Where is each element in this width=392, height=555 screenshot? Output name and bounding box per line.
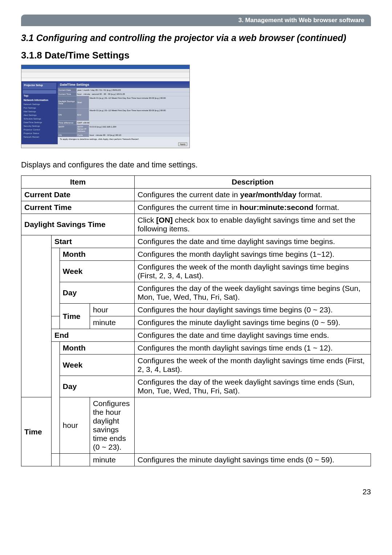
sidebar: Projector Setup Top: Network Information… bbox=[21, 81, 58, 144]
row-sntp-on[interactable]: ON bbox=[58, 133, 77, 137]
indent-start-time bbox=[52, 316, 60, 329]
row-timediff-value[interactable]: GMT +00:00 bbox=[77, 121, 189, 125]
row-current-date-label: Current Date bbox=[58, 88, 77, 92]
sidebar-item-mail-settings[interactable]: Mail Settings bbox=[23, 110, 56, 113]
table-row: Week Configures the week of the month da… bbox=[21, 261, 371, 282]
row-end-label: End bbox=[77, 108, 89, 121]
logoff-button[interactable] bbox=[23, 90, 56, 94]
table-row: Month Configures the month daylight savi… bbox=[21, 342, 371, 355]
table-row: Week Configures the week of the month da… bbox=[21, 355, 371, 376]
window-titlebar bbox=[21, 65, 189, 69]
row-end-value[interactable]: Month 01 [e.g.] 01–12 Week First Day Sun… bbox=[89, 108, 189, 121]
browser-toolbar bbox=[21, 72, 189, 78]
row-current-time-label: Current Time bbox=[58, 92, 77, 96]
table-row: Time hour Configures the hour daylight s… bbox=[21, 304, 371, 316]
th-item: Item bbox=[21, 176, 135, 189]
table-row: Month Configures the month daylight savi… bbox=[21, 248, 371, 261]
item-end-month: Month bbox=[60, 342, 134, 355]
row-sntp-cycle-value[interactable]: hour : minute 00 : 10 [e.g.] 00:10 bbox=[89, 133, 189, 137]
desc-start-hour: Configures the hour daylight savings tim… bbox=[135, 304, 371, 316]
sidebar-item-network-settings[interactable]: Network Settings bbox=[23, 103, 56, 106]
apply-button[interactable]: Apply bbox=[178, 142, 187, 146]
row-sntp-label: SNTP bbox=[58, 125, 77, 133]
sidebar-item-network-restart[interactable]: Network Restart bbox=[23, 136, 56, 139]
row-start-label: Start bbox=[77, 96, 89, 108]
row-dst-on[interactable]: ON bbox=[58, 108, 77, 121]
item-end-week: Week bbox=[60, 355, 134, 376]
desc-dst: Click [ON] check box to enable daylight … bbox=[135, 214, 371, 235]
th-description: Description bbox=[135, 176, 371, 189]
item-start: Start bbox=[52, 235, 135, 248]
sidebar-item-datetime-settings[interactable]: Date/Time Settings bbox=[23, 121, 56, 124]
desc-start-minute: Configures the minute daylight savings t… bbox=[135, 316, 371, 329]
description-table: Item Description Current Date Configures… bbox=[21, 175, 371, 466]
table-row: Day Configures the day of the week dayli… bbox=[21, 376, 371, 397]
row-current-time-value[interactable]: hour : minute : second 00 : 00 : 00 [e.g… bbox=[77, 92, 189, 96]
sidebar-item-projector-status[interactable]: Projector Status bbox=[23, 132, 56, 135]
sidebar-group-top: Top: bbox=[23, 94, 56, 98]
table-row: Current Time Configures the current time… bbox=[21, 201, 371, 214]
row-sntp-addr-value[interactable]: 0.0.0.0 [e.g.] 192.168.1.254 bbox=[89, 125, 189, 133]
indent-end bbox=[52, 342, 60, 454]
indent-dst bbox=[21, 235, 52, 397]
item-end-day: Day bbox=[60, 376, 134, 397]
intro-text: Displays and configures the date and tim… bbox=[21, 161, 371, 170]
table-row: minute Configures the minute daylight sa… bbox=[21, 454, 371, 466]
item-current-date: Current Date bbox=[21, 189, 135, 201]
panel-title: Date/Time Settings bbox=[58, 81, 189, 88]
sidebar-item-schedule-settings[interactable]: Schedule Settings bbox=[23, 118, 56, 121]
desc-end-hour: Configures the hour daylight savings tim… bbox=[90, 397, 134, 454]
browser-addressbar bbox=[21, 78, 189, 81]
item-end: End bbox=[52, 329, 135, 342]
chapter-header: 3. Management with Web browser software bbox=[21, 15, 371, 26]
desc-start-day: Configures the day of the week daylight … bbox=[135, 282, 371, 304]
table-row: Time hour Configures the hour daylight s… bbox=[21, 397, 371, 454]
desc-current-date: Configures the current date in year/mont… bbox=[135, 189, 371, 201]
indent-start bbox=[52, 248, 60, 316]
apply-note: To apply changes to date/time settings, … bbox=[58, 137, 189, 141]
indent-dst-last bbox=[52, 454, 60, 466]
row-sntp-addr-label: SNTP Server IP Address bbox=[77, 125, 89, 133]
item-start-minute: minute bbox=[90, 316, 134, 329]
section-title: 3.1 Configuring and controlling the proj… bbox=[21, 33, 371, 43]
desc-end: Configures the date and time daylight sa… bbox=[135, 329, 371, 342]
table-row: Daylight Savings Time Click [ON] check b… bbox=[21, 214, 371, 235]
sidebar-item-security-settings[interactable]: Security Settings bbox=[23, 125, 56, 128]
item-start-week: Week bbox=[60, 261, 134, 282]
desc-end-minute: Configures the minute daylight savings t… bbox=[135, 454, 371, 466]
row-sntp-cycle-label: Cycle bbox=[77, 133, 89, 137]
table-row: Start Configures the date and time dayli… bbox=[21, 235, 371, 248]
item-dst: Daylight Savings Time bbox=[21, 214, 135, 235]
item-end-time: Time bbox=[21, 397, 52, 466]
item-end-minute: minute bbox=[90, 454, 134, 466]
sidebar-title: Projector Setup bbox=[23, 83, 56, 89]
embedded-screenshot: Projector Setup Top: Network Information… bbox=[21, 65, 190, 148]
sidebar-item-projector-control[interactable]: Projector Control bbox=[23, 129, 56, 131]
row-current-date-value[interactable]: year / month / day 05 / 01 / 01 [e.g.] 0… bbox=[77, 88, 189, 92]
desc-start-week: Configures the week of the month dayligh… bbox=[135, 261, 371, 282]
main-panel: Date/Time Settings Current Date year / m… bbox=[58, 81, 189, 144]
item-start-hour: hour bbox=[90, 304, 134, 316]
item-current-time: Current Time bbox=[21, 201, 135, 214]
sidebar-item-port-settings[interactable]: Port Settings bbox=[23, 107, 56, 110]
desc-start: Configures the date and time daylight sa… bbox=[135, 235, 371, 248]
item-start-month: Month bbox=[60, 248, 134, 261]
table-row: Current Date Configures the current date… bbox=[21, 189, 371, 201]
desc-end-week: Configures the week of the month dayligh… bbox=[135, 355, 371, 376]
item-start-day: Day bbox=[60, 282, 134, 304]
row-dst-label: Daylight Savings Time bbox=[58, 96, 77, 108]
table-row: End Configures the date and time dayligh… bbox=[21, 329, 371, 342]
row-start-value[interactable]: Month 01 [e.g.] 01–12 Week First Day Sun… bbox=[89, 96, 189, 108]
sidebar-item-alert-settings[interactable]: Alert Settings bbox=[23, 114, 56, 117]
window-menubar bbox=[21, 69, 189, 72]
item-start-time: Time bbox=[60, 304, 90, 329]
sidebar-group-network: Network Information bbox=[23, 99, 56, 102]
item-end-hour: hour bbox=[60, 397, 90, 454]
desc-end-month: Configures the month daylight savings ti… bbox=[135, 342, 371, 355]
table-row: Day Configures the day of the week dayli… bbox=[21, 282, 371, 304]
row-timediff-label: Time difference bbox=[58, 121, 77, 125]
page-number: 23 bbox=[21, 487, 371, 496]
subsection-title: 3.1.8 Date/Time Settings bbox=[21, 50, 371, 61]
desc-current-time: Configures the current time in hour:minu… bbox=[135, 201, 371, 214]
indent-end-time bbox=[60, 454, 90, 466]
